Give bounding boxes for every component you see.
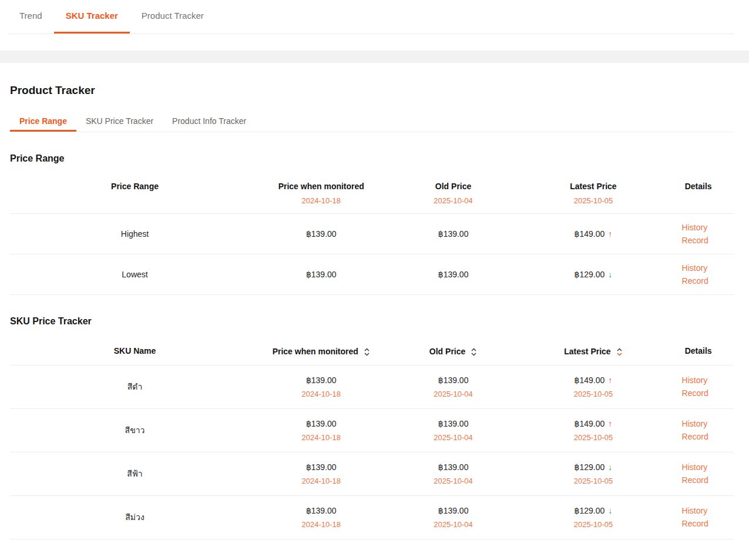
- latest-price: ฿129.00↓: [524, 462, 663, 472]
- monitored-date: 2024-10-18: [260, 520, 382, 529]
- history-record-link[interactable]: History Record: [682, 417, 715, 443]
- column-header-old-price: Old Price: [429, 347, 465, 357]
- sort-icon-desc-active[interactable]: [616, 347, 623, 357]
- history-record-link[interactable]: History Record: [682, 374, 715, 400]
- column-header-latest-price: Latest Price: [564, 347, 610, 357]
- monitored-price: ฿139.00: [260, 506, 382, 516]
- top-tabs-card: Trend SKU Tracker Product Tracker: [0, 0, 749, 51]
- column-header-monitored: Price when monitored: [273, 347, 358, 357]
- history-record-link[interactable]: History Record: [682, 461, 715, 487]
- table-row: สีขาว ฿139.00 2024-10-18 ฿139.00 2025-10…: [10, 409, 734, 452]
- monitored-date: 2024-10-18: [260, 196, 382, 205]
- table-row: Lowest ฿139.00 ฿139.00 ฿129.00↓ History …: [10, 254, 734, 295]
- table-header-row: Price Range Price when monitored 2024-10…: [10, 167, 734, 214]
- latest-price: ฿149.00: [575, 229, 605, 239]
- product-tracker-panel: Product Tracker Price Range SKU Price Tr…: [0, 63, 749, 560]
- table-row: สีม่วง ฿139.00 2024-10-18 ฿139.00 2025-1…: [10, 496, 734, 539]
- tab-sku-tracker[interactable]: SKU Tracker: [54, 0, 130, 33]
- old-price: ฿139.00: [382, 375, 523, 385]
- history-record-link[interactable]: History Record: [682, 221, 715, 247]
- old-price: ฿139.00: [382, 419, 523, 429]
- sort-icon[interactable]: [471, 347, 477, 357]
- old-price-date: 2025-10-04: [382, 196, 523, 205]
- price-up-arrow-icon: ↑: [608, 229, 612, 239]
- table-header-row: SKU Name Price when monitored: [10, 330, 734, 365]
- sku-name: สีฟ้า: [127, 469, 142, 478]
- sku-name: สีดำ: [127, 382, 143, 391]
- price-down-arrow-icon: ↓: [608, 270, 612, 279]
- latest-price: ฿129.00↓: [524, 506, 663, 516]
- old-price-date: 2025-10-04: [382, 520, 523, 529]
- price-up-arrow-icon: ↑: [608, 375, 612, 385]
- column-header-details: Details: [663, 346, 734, 356]
- monitored-price: ฿139.00: [306, 229, 337, 239]
- tab-product-tracker[interactable]: Product Tracker: [130, 0, 216, 33]
- monitored-date: 2024-10-18: [260, 390, 382, 398]
- column-header-latest-price: Latest Price: [524, 182, 663, 192]
- sku-name: สีม่วง: [125, 512, 144, 522]
- page-title: Product Tracker: [10, 84, 734, 96]
- table-row: Highest ฿139.00 ฿139.00 ฿149.00↑ History…: [10, 214, 734, 254]
- tab-product-info-tracker[interactable]: Product Info Tracker: [163, 112, 256, 132]
- old-price-date: 2025-10-04: [382, 390, 523, 398]
- range-label: Lowest: [122, 270, 147, 279]
- column-header-sku-name: SKU Name: [10, 346, 260, 356]
- column-header-monitored: Price when monitored: [260, 182, 382, 192]
- monitored-date: 2024-10-18: [260, 477, 382, 485]
- sku-name: สีขาว: [125, 425, 145, 435]
- old-price: ฿139.00: [382, 462, 523, 472]
- latest-price-date: 2025-10-05: [524, 390, 663, 398]
- table-row: สีดำ ฿139.00 2024-10-18 ฿139.00 2025-10-…: [10, 365, 734, 409]
- latest-price-date: 2025-10-05: [524, 433, 663, 442]
- column-header-old-price: Old Price: [382, 182, 523, 192]
- price-up-arrow-icon: ↑: [608, 419, 612, 428]
- column-header-details: Details: [663, 182, 734, 192]
- old-price-date: 2025-10-04: [382, 433, 523, 442]
- latest-price-date: 2025-10-05: [524, 520, 663, 529]
- section-divider-band: [0, 51, 749, 63]
- latest-price-date: 2025-10-05: [524, 477, 663, 485]
- price-down-arrow-icon: ↓: [608, 506, 612, 515]
- table-row: สีฟ้า ฿139.00 2024-10-18 ฿139.00 2025-10…: [10, 452, 734, 496]
- monitored-price: ฿139.00: [260, 462, 382, 472]
- latest-price-date: 2025-10-05: [524, 196, 663, 205]
- price-range-heading: Price Range: [10, 153, 734, 164]
- tab-trend[interactable]: Trend: [8, 0, 54, 33]
- tab-price-range[interactable]: Price Range: [10, 112, 76, 132]
- history-record-link[interactable]: History Record: [682, 504, 715, 530]
- old-price: ฿139.00: [438, 229, 469, 239]
- latest-price: ฿149.00↑: [524, 375, 663, 385]
- tab-sku-price-tracker[interactable]: SKU Price Tracker: [76, 112, 163, 132]
- monitored-price: ฿139.00: [306, 270, 337, 279]
- old-price: ฿139.00: [382, 506, 523, 516]
- latest-price: ฿129.00: [575, 270, 605, 279]
- sort-icon[interactable]: [364, 347, 370, 357]
- latest-price: ฿149.00↑: [524, 419, 663, 429]
- sku-price-table: SKU Name Price when monitored: [10, 330, 734, 539]
- old-price-date: 2025-10-04: [382, 477, 523, 485]
- column-header-price-range: Price Range: [10, 182, 260, 192]
- price-range-table: Price Range Price when monitored 2024-10…: [10, 167, 734, 295]
- sku-price-tracker-heading: SKU Price Tracker: [10, 316, 734, 327]
- monitored-price: ฿139.00: [260, 375, 382, 385]
- range-label: Highest: [121, 229, 149, 239]
- top-tab-bar: Trend SKU Tracker Product Tracker: [8, 0, 734, 34]
- old-price: ฿139.00: [438, 270, 469, 279]
- panel-tab-bar: Price Range SKU Price Tracker Product In…: [10, 112, 734, 132]
- monitored-date: 2024-10-18: [260, 433, 382, 442]
- monitored-price: ฿139.00: [260, 419, 382, 429]
- price-down-arrow-icon: ↓: [608, 462, 612, 472]
- history-record-link[interactable]: History Record: [682, 261, 715, 287]
